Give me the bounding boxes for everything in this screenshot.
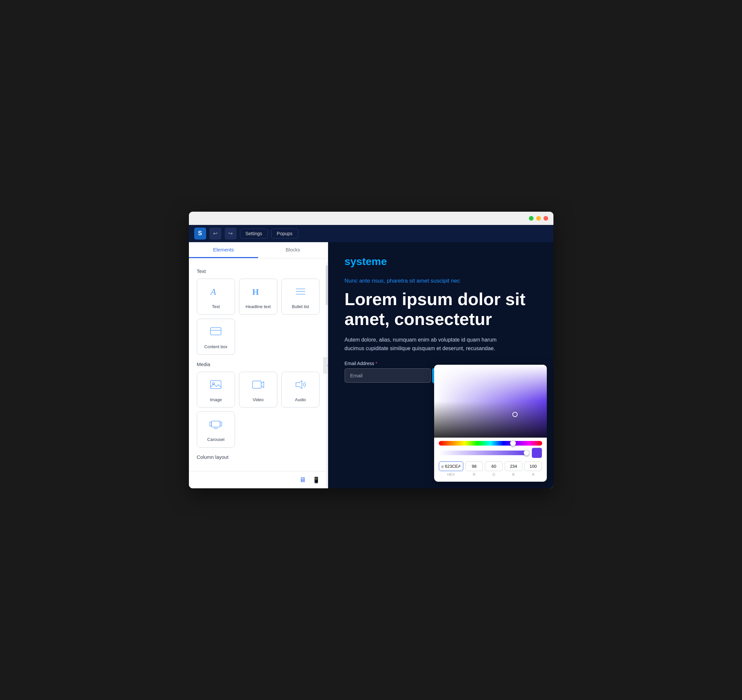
main-layout: Elements Blocks Text A Text (189, 242, 554, 489)
panel-content: Text A Text (189, 259, 328, 471)
element-carousel-label: Carousel (207, 437, 224, 443)
element-text-label: Text (212, 304, 220, 310)
brand-name: systeme (344, 256, 537, 268)
svg-rect-12 (210, 422, 211, 426)
dot-green (529, 216, 534, 221)
panel-tabs: Elements Blocks (189, 242, 328, 259)
element-image[interactable]: Image (197, 372, 235, 408)
element-video[interactable]: Video (239, 372, 277, 408)
popups-button[interactable]: Popups (271, 229, 298, 238)
element-headline[interactable]: H Headline text (239, 279, 277, 315)
g-field: G (485, 462, 502, 476)
section-column-label: Column layout (197, 454, 320, 460)
title-bar (189, 212, 554, 225)
a-input[interactable] (524, 462, 542, 471)
collapse-handle[interactable]: › (323, 357, 328, 374)
undo-button[interactable]: ↩ (209, 228, 221, 240)
scroll-thumb (326, 265, 328, 305)
element-contentbox-label: Content box (204, 344, 227, 350)
dot-red (543, 216, 548, 221)
a-label: A (532, 472, 534, 476)
hex-input[interactable] (439, 462, 464, 471)
hex-field: HEX (439, 462, 464, 476)
logo: S (194, 228, 206, 240)
text-elements-grid: A Text H Headline text (197, 279, 320, 355)
toolbar: S ↩ ↪ Settings Popups (189, 225, 554, 242)
tab-elements[interactable]: Elements (189, 242, 259, 258)
color-swatch (531, 447, 542, 458)
svg-rect-5 (211, 328, 221, 335)
carousel-icon (209, 418, 222, 434)
device-toolbar: 🖥 📱 (189, 471, 328, 488)
color-gradient[interactable] (434, 365, 547, 438)
alpha-slider[interactable] (439, 450, 529, 455)
element-bulletlist-label: Bullet list (292, 304, 309, 310)
element-audio[interactable]: Audio (281, 372, 320, 408)
settings-button[interactable]: Settings (240, 229, 268, 238)
hue-slider[interactable] (439, 441, 542, 446)
element-video-label: Video (253, 397, 264, 403)
section-media-label: Media (197, 362, 320, 367)
scrollbar[interactable] (326, 262, 328, 489)
alpha-row (439, 447, 542, 458)
text-icon: A (209, 285, 222, 301)
element-audio-label: Audio (295, 397, 306, 403)
element-bulletlist[interactable]: Bullet list (281, 279, 320, 315)
preview-subtitle: Nunc ante risus, pharetra sit amet susci… (344, 278, 537, 284)
contentbox-icon (209, 325, 222, 341)
b-input[interactable] (505, 462, 522, 471)
r-field: R (465, 462, 483, 476)
color-values: HEX R G B A (434, 462, 547, 476)
svg-marker-10 (296, 381, 302, 388)
r-input[interactable] (465, 462, 483, 471)
preview-panel: systeme Nunc ante risus, pharetra sit am… (328, 242, 554, 489)
element-contentbox[interactable]: Content box (197, 319, 235, 355)
color-picker-cursor (512, 412, 518, 417)
svg-rect-9 (253, 381, 261, 388)
element-headline-label: Headline text (246, 304, 271, 310)
audio-icon (294, 378, 307, 394)
desktop-view-button[interactable]: 🖥 (298, 475, 307, 485)
section-text-label: Text (197, 268, 320, 274)
a-field: A (524, 462, 542, 476)
element-text[interactable]: A Text (197, 279, 235, 315)
svg-text:A: A (210, 287, 216, 297)
mobile-view-button[interactable]: 📱 (311, 475, 321, 485)
redo-button[interactable]: ↪ (225, 228, 237, 240)
headline-icon: H (252, 285, 265, 301)
svg-rect-11 (211, 421, 220, 427)
dot-yellow (536, 216, 541, 221)
b-field: B (505, 462, 522, 476)
preview-description: Autem dolore, alias, numquam enim ab vol… (344, 335, 510, 353)
element-image-label: Image (210, 397, 222, 403)
media-elements-grid: Image Video (197, 372, 320, 448)
form-label-text: Email Address (344, 361, 374, 366)
svg-rect-7 (211, 381, 221, 388)
hue-thumb (510, 440, 516, 446)
video-icon (252, 378, 265, 394)
left-panel: Elements Blocks Text A Text (189, 242, 328, 489)
picker-controls (434, 438, 547, 458)
app-window: S ↩ ↪ Settings Popups Elements Blocks Te… (189, 212, 554, 489)
email-input[interactable] (344, 368, 431, 382)
required-star: * (375, 361, 377, 366)
hex-label: HEX (448, 472, 455, 476)
element-carousel[interactable]: Carousel (197, 412, 235, 447)
color-picker: HEX R G B A (434, 365, 547, 482)
bulletlist-icon (294, 285, 307, 301)
r-label: R (473, 472, 476, 476)
g-label: G (492, 472, 495, 476)
image-icon (209, 378, 222, 394)
svg-rect-13 (220, 422, 222, 426)
svg-text:H: H (252, 287, 259, 297)
g-input[interactable] (485, 462, 502, 471)
alpha-thumb (524, 450, 530, 456)
tab-blocks[interactable]: Blocks (258, 242, 328, 258)
b-label: B (512, 472, 515, 476)
preview-hero-title: Lorem ipsum dolor sit amet, consectetur (344, 290, 537, 329)
